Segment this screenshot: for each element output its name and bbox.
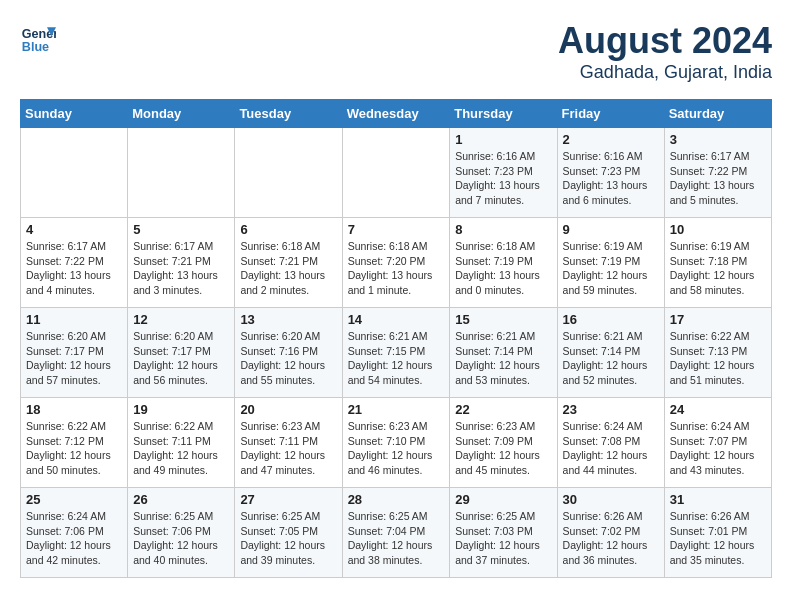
logo: General Blue xyxy=(20,20,56,56)
day-cell: 27Sunrise: 6:25 AM Sunset: 7:05 PM Dayli… xyxy=(235,488,342,578)
day-info: Sunrise: 6:22 AM Sunset: 7:13 PM Dayligh… xyxy=(670,329,766,388)
day-cell xyxy=(235,128,342,218)
day-info: Sunrise: 6:22 AM Sunset: 7:12 PM Dayligh… xyxy=(26,419,122,478)
title-block: August 2024 Gadhada, Gujarat, India xyxy=(558,20,772,83)
day-info: Sunrise: 6:20 AM Sunset: 7:17 PM Dayligh… xyxy=(133,329,229,388)
day-cell: 22Sunrise: 6:23 AM Sunset: 7:09 PM Dayli… xyxy=(450,398,557,488)
page-header: General Blue August 2024 Gadhada, Gujara… xyxy=(20,20,772,83)
day-number: 9 xyxy=(563,222,659,237)
day-info: Sunrise: 6:22 AM Sunset: 7:11 PM Dayligh… xyxy=(133,419,229,478)
day-number: 18 xyxy=(26,402,122,417)
day-cell: 18Sunrise: 6:22 AM Sunset: 7:12 PM Dayli… xyxy=(21,398,128,488)
week-row-3: 11Sunrise: 6:20 AM Sunset: 7:17 PM Dayli… xyxy=(21,308,772,398)
weekday-header-row: SundayMondayTuesdayWednesdayThursdayFrid… xyxy=(21,100,772,128)
day-cell xyxy=(342,128,450,218)
day-info: Sunrise: 6:25 AM Sunset: 7:05 PM Dayligh… xyxy=(240,509,336,568)
day-cell: 26Sunrise: 6:25 AM Sunset: 7:06 PM Dayli… xyxy=(128,488,235,578)
day-info: Sunrise: 6:18 AM Sunset: 7:21 PM Dayligh… xyxy=(240,239,336,298)
day-cell: 20Sunrise: 6:23 AM Sunset: 7:11 PM Dayli… xyxy=(235,398,342,488)
day-number: 3 xyxy=(670,132,766,147)
weekday-header-monday: Monday xyxy=(128,100,235,128)
day-number: 8 xyxy=(455,222,551,237)
day-cell: 9Sunrise: 6:19 AM Sunset: 7:19 PM Daylig… xyxy=(557,218,664,308)
day-number: 30 xyxy=(563,492,659,507)
day-number: 29 xyxy=(455,492,551,507)
day-info: Sunrise: 6:23 AM Sunset: 7:11 PM Dayligh… xyxy=(240,419,336,478)
day-number: 17 xyxy=(670,312,766,327)
day-cell: 29Sunrise: 6:25 AM Sunset: 7:03 PM Dayli… xyxy=(450,488,557,578)
day-info: Sunrise: 6:16 AM Sunset: 7:23 PM Dayligh… xyxy=(455,149,551,208)
day-cell: 15Sunrise: 6:21 AM Sunset: 7:14 PM Dayli… xyxy=(450,308,557,398)
calendar: SundayMondayTuesdayWednesdayThursdayFrid… xyxy=(20,99,772,578)
day-cell: 5Sunrise: 6:17 AM Sunset: 7:21 PM Daylig… xyxy=(128,218,235,308)
day-cell: 7Sunrise: 6:18 AM Sunset: 7:20 PM Daylig… xyxy=(342,218,450,308)
day-info: Sunrise: 6:20 AM Sunset: 7:17 PM Dayligh… xyxy=(26,329,122,388)
day-info: Sunrise: 6:25 AM Sunset: 7:03 PM Dayligh… xyxy=(455,509,551,568)
day-cell: 31Sunrise: 6:26 AM Sunset: 7:01 PM Dayli… xyxy=(664,488,771,578)
weekday-header-sunday: Sunday xyxy=(21,100,128,128)
day-cell: 11Sunrise: 6:20 AM Sunset: 7:17 PM Dayli… xyxy=(21,308,128,398)
day-info: Sunrise: 6:21 AM Sunset: 7:14 PM Dayligh… xyxy=(563,329,659,388)
day-info: Sunrise: 6:20 AM Sunset: 7:16 PM Dayligh… xyxy=(240,329,336,388)
day-cell: 23Sunrise: 6:24 AM Sunset: 7:08 PM Dayli… xyxy=(557,398,664,488)
day-cell: 12Sunrise: 6:20 AM Sunset: 7:17 PM Dayli… xyxy=(128,308,235,398)
day-number: 2 xyxy=(563,132,659,147)
day-cell: 1Sunrise: 6:16 AM Sunset: 7:23 PM Daylig… xyxy=(450,128,557,218)
day-number: 31 xyxy=(670,492,766,507)
day-info: Sunrise: 6:17 AM Sunset: 7:21 PM Dayligh… xyxy=(133,239,229,298)
day-cell: 6Sunrise: 6:18 AM Sunset: 7:21 PM Daylig… xyxy=(235,218,342,308)
day-cell: 16Sunrise: 6:21 AM Sunset: 7:14 PM Dayli… xyxy=(557,308,664,398)
week-row-2: 4Sunrise: 6:17 AM Sunset: 7:22 PM Daylig… xyxy=(21,218,772,308)
day-cell: 19Sunrise: 6:22 AM Sunset: 7:11 PM Dayli… xyxy=(128,398,235,488)
day-info: Sunrise: 6:19 AM Sunset: 7:19 PM Dayligh… xyxy=(563,239,659,298)
day-cell: 14Sunrise: 6:21 AM Sunset: 7:15 PM Dayli… xyxy=(342,308,450,398)
day-cell: 17Sunrise: 6:22 AM Sunset: 7:13 PM Dayli… xyxy=(664,308,771,398)
day-cell: 21Sunrise: 6:23 AM Sunset: 7:10 PM Dayli… xyxy=(342,398,450,488)
day-number: 13 xyxy=(240,312,336,327)
day-info: Sunrise: 6:18 AM Sunset: 7:19 PM Dayligh… xyxy=(455,239,551,298)
day-info: Sunrise: 6:23 AM Sunset: 7:10 PM Dayligh… xyxy=(348,419,445,478)
day-info: Sunrise: 6:24 AM Sunset: 7:06 PM Dayligh… xyxy=(26,509,122,568)
day-number: 10 xyxy=(670,222,766,237)
day-cell: 4Sunrise: 6:17 AM Sunset: 7:22 PM Daylig… xyxy=(21,218,128,308)
day-number: 28 xyxy=(348,492,445,507)
day-number: 5 xyxy=(133,222,229,237)
day-info: Sunrise: 6:18 AM Sunset: 7:20 PM Dayligh… xyxy=(348,239,445,298)
weekday-header-tuesday: Tuesday xyxy=(235,100,342,128)
day-info: Sunrise: 6:25 AM Sunset: 7:04 PM Dayligh… xyxy=(348,509,445,568)
day-info: Sunrise: 6:17 AM Sunset: 7:22 PM Dayligh… xyxy=(670,149,766,208)
day-info: Sunrise: 6:24 AM Sunset: 7:08 PM Dayligh… xyxy=(563,419,659,478)
day-number: 11 xyxy=(26,312,122,327)
weekday-header-saturday: Saturday xyxy=(664,100,771,128)
logo-icon: General Blue xyxy=(20,20,56,56)
weekday-header-wednesday: Wednesday xyxy=(342,100,450,128)
day-cell: 25Sunrise: 6:24 AM Sunset: 7:06 PM Dayli… xyxy=(21,488,128,578)
day-info: Sunrise: 6:19 AM Sunset: 7:18 PM Dayligh… xyxy=(670,239,766,298)
day-number: 23 xyxy=(563,402,659,417)
location: Gadhada, Gujarat, India xyxy=(558,62,772,83)
day-cell xyxy=(128,128,235,218)
day-number: 27 xyxy=(240,492,336,507)
day-info: Sunrise: 6:16 AM Sunset: 7:23 PM Dayligh… xyxy=(563,149,659,208)
month-year: August 2024 xyxy=(558,20,772,62)
day-number: 21 xyxy=(348,402,445,417)
weekday-header-friday: Friday xyxy=(557,100,664,128)
day-info: Sunrise: 6:23 AM Sunset: 7:09 PM Dayligh… xyxy=(455,419,551,478)
day-number: 12 xyxy=(133,312,229,327)
day-number: 20 xyxy=(240,402,336,417)
day-number: 15 xyxy=(455,312,551,327)
week-row-5: 25Sunrise: 6:24 AM Sunset: 7:06 PM Dayli… xyxy=(21,488,772,578)
day-cell: 13Sunrise: 6:20 AM Sunset: 7:16 PM Dayli… xyxy=(235,308,342,398)
day-number: 16 xyxy=(563,312,659,327)
day-number: 19 xyxy=(133,402,229,417)
day-cell xyxy=(21,128,128,218)
day-cell: 24Sunrise: 6:24 AM Sunset: 7:07 PM Dayli… xyxy=(664,398,771,488)
week-row-4: 18Sunrise: 6:22 AM Sunset: 7:12 PM Dayli… xyxy=(21,398,772,488)
day-cell: 10Sunrise: 6:19 AM Sunset: 7:18 PM Dayli… xyxy=(664,218,771,308)
day-info: Sunrise: 6:26 AM Sunset: 7:02 PM Dayligh… xyxy=(563,509,659,568)
day-number: 22 xyxy=(455,402,551,417)
day-info: Sunrise: 6:17 AM Sunset: 7:22 PM Dayligh… xyxy=(26,239,122,298)
day-number: 24 xyxy=(670,402,766,417)
day-number: 26 xyxy=(133,492,229,507)
day-number: 14 xyxy=(348,312,445,327)
